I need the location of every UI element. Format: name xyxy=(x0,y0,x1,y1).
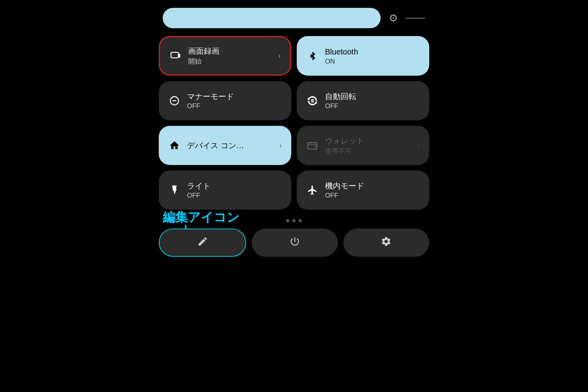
svg-rect-5 xyxy=(314,145,316,147)
wallet-text: ウォレット 使用不可 xyxy=(325,136,364,156)
screen-record-text: 画面録画 開始 xyxy=(188,46,220,66)
annotation-container: 編集アイコン xyxy=(159,229,429,257)
brightness-bar: ⚙ xyxy=(159,8,429,28)
flashlight-text: ライト OFF xyxy=(187,181,211,200)
screen-record-icon xyxy=(169,51,182,62)
airplane-icon xyxy=(306,185,319,196)
home-icon xyxy=(168,140,181,151)
phone-container: ⚙ 画面録画 開始 › xyxy=(147,0,441,269)
dot-1 xyxy=(286,219,289,222)
device-control-tile[interactable]: デバイス コン… › xyxy=(159,126,291,165)
wallet-chevron: › xyxy=(417,142,420,150)
airplane-title: 機内モード xyxy=(325,181,364,191)
airplane-text: 機内モード OFF xyxy=(325,181,364,200)
screen-record-tile[interactable]: 画面録画 開始 › xyxy=(159,36,291,76)
manner-mode-icon xyxy=(168,95,181,106)
wallet-tile[interactable]: ウォレット 使用不可 › xyxy=(297,126,429,165)
auto-rotate-subtitle: OFF xyxy=(325,102,356,110)
auto-rotate-icon xyxy=(306,95,319,106)
bottom-bar xyxy=(159,229,429,257)
bluetooth-icon xyxy=(306,51,319,62)
manner-mode-text: マナーモード OFF xyxy=(187,91,234,110)
bluetooth-title: Bluetooth xyxy=(325,47,358,57)
dot-3 xyxy=(299,219,302,222)
annotation-label: 編集アイコン xyxy=(163,209,240,226)
bluetooth-subtitle: ON xyxy=(325,58,358,65)
airplane-subtitle: OFF xyxy=(325,192,364,200)
svg-rect-3 xyxy=(311,99,314,102)
wallet-icon xyxy=(306,140,319,151)
wallet-subtitle: 使用不可 xyxy=(325,147,364,156)
brightness-gear-icon[interactable]: ⚙ xyxy=(385,10,401,26)
bluetooth-text: Bluetooth ON xyxy=(325,47,358,65)
power-icon xyxy=(289,236,300,250)
screen-record-chevron: › xyxy=(278,52,281,60)
pencil-icon xyxy=(197,236,208,250)
bluetooth-tile[interactable]: Bluetooth ON xyxy=(297,36,429,76)
edit-button[interactable] xyxy=(159,229,246,257)
flashlight-title: ライト xyxy=(187,181,211,191)
screen-record-title: 画面録画 xyxy=(188,46,220,56)
power-button[interactable] xyxy=(252,229,338,257)
screen-record-subtitle: 開始 xyxy=(188,57,220,66)
device-control-text: デバイス コン… xyxy=(187,140,244,151)
flashlight-subtitle: OFF xyxy=(187,192,211,200)
device-control-title: デバイス コン… xyxy=(187,140,244,151)
brightness-pill[interactable] xyxy=(163,8,381,28)
settings-button[interactable] xyxy=(343,229,429,257)
flashlight-tile[interactable]: ライト OFF xyxy=(159,171,291,210)
manner-mode-subtitle: OFF xyxy=(187,102,234,110)
wallet-title: ウォレット xyxy=(325,136,364,146)
quick-settings-grid: 画面録画 開始 › Bluetooth ON xyxy=(159,36,429,210)
device-control-chevron: › xyxy=(279,142,282,150)
airplane-tile[interactable]: 機内モード OFF xyxy=(297,171,429,210)
auto-rotate-title: 自動回転 xyxy=(325,91,356,102)
manner-mode-tile[interactable]: マナーモード OFF xyxy=(159,81,291,120)
svg-rect-0 xyxy=(171,52,178,58)
auto-rotate-text: 自動回転 OFF xyxy=(325,91,356,110)
flashlight-icon xyxy=(168,185,181,196)
brightness-line xyxy=(406,18,425,19)
auto-rotate-tile[interactable]: 自動回転 OFF xyxy=(297,81,429,120)
manner-mode-title: マナーモード xyxy=(187,91,234,102)
settings-gear-icon xyxy=(381,236,392,250)
dot-2 xyxy=(292,219,296,222)
